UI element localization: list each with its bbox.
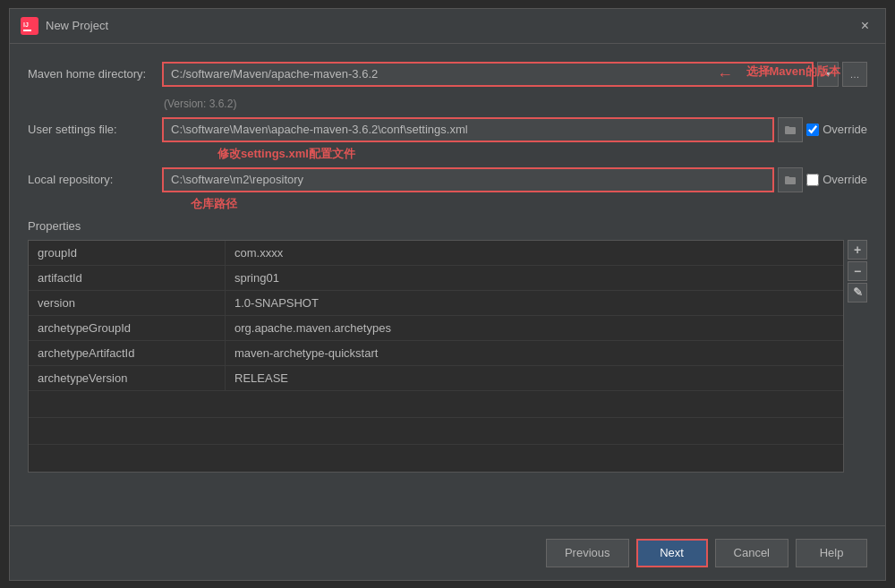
maven-home-browse-btn[interactable]: … xyxy=(842,62,867,87)
close-button[interactable]: × xyxy=(856,16,874,36)
prop-key-archetypeversion: archetypeVersion xyxy=(29,366,226,390)
maven-home-row: Maven home directory: ▾ … ← 选择Maven的版本 xyxy=(28,62,867,87)
user-settings-input-group: Override xyxy=(162,117,867,142)
table-row: artifactId spring01 xyxy=(29,266,843,291)
table-row-empty xyxy=(29,418,843,445)
properties-table: groupId com.xxxx artifactId spring01 ver… xyxy=(28,240,844,473)
table-actions: + − ✎ xyxy=(848,240,867,303)
local-repo-input-group: Override xyxy=(162,167,867,192)
new-project-dialog: IJ New Project × Maven home directory: ▾… xyxy=(9,8,886,581)
user-settings-annotation-row: 修改settings.xml配置文件 xyxy=(164,146,867,162)
local-repo-annotation-row: 仓库路径 xyxy=(164,196,867,212)
user-settings-input[interactable] xyxy=(162,117,774,142)
maven-home-area: Maven home directory: ▾ … ← 选择Maven的版本 (… xyxy=(28,62,867,110)
maven-home-arrow-icon: ← xyxy=(717,65,733,84)
svg-rect-1 xyxy=(23,30,31,31)
intellij-logo-icon: IJ xyxy=(21,17,38,35)
folder-icon xyxy=(784,124,797,136)
local-repo-annotation: 仓库路径 xyxy=(191,197,237,210)
prop-value-archetypeartifactid: maven-archetype-quickstart xyxy=(226,341,843,365)
prop-value-archetypeversion: RELEASE xyxy=(226,366,843,390)
prop-key-version: version xyxy=(29,291,226,315)
previous-button[interactable]: Previous xyxy=(546,539,629,567)
table-row-empty xyxy=(29,391,843,418)
prop-value-groupid: com.xxxx xyxy=(226,241,843,265)
dialog-footer: Previous Next Cancel Help xyxy=(10,525,885,580)
maven-home-annotation: 选择Maven的版本 xyxy=(746,64,840,80)
user-settings-annotation: 修改settings.xml配置文件 xyxy=(217,147,355,160)
table-row: archetypeVersion RELEASE xyxy=(29,366,843,391)
svg-rect-5 xyxy=(785,177,796,184)
prop-value-version: 1.0-SNAPSHOT xyxy=(226,291,843,315)
prop-key-groupid: groupId xyxy=(29,241,226,265)
properties-header: Properties xyxy=(28,219,867,236)
local-repo-area: Local repository: Override xyxy=(28,167,867,212)
local-repo-override-checkbox[interactable] xyxy=(806,174,819,186)
table-row-empty xyxy=(29,445,843,472)
maven-home-label: Maven home directory: xyxy=(28,67,162,81)
local-repo-row: Local repository: Override xyxy=(28,167,867,192)
local-repo-browse-btn[interactable] xyxy=(778,167,803,192)
prop-value-artifactid: spring01 xyxy=(226,266,843,290)
add-property-button[interactable]: + xyxy=(848,240,867,260)
title-bar-left: IJ New Project xyxy=(21,17,108,35)
svg-text:IJ: IJ xyxy=(23,21,29,28)
maven-version-text: (Version: 3.6.2) xyxy=(164,98,867,110)
prop-key-artifactid: artifactId xyxy=(29,266,226,290)
svg-rect-3 xyxy=(785,127,796,134)
user-settings-area: User settings file: Override xyxy=(28,117,867,162)
table-row: archetypeGroupId org.apache.maven.archet… xyxy=(29,316,843,341)
prop-key-archetypegroupid: archetypeGroupId xyxy=(29,316,226,340)
folder-icon-2 xyxy=(784,174,797,186)
table-row: version 1.0-SNAPSHOT xyxy=(29,291,843,316)
table-row: archetypeArtifactId maven-archetype-quic… xyxy=(29,341,843,366)
properties-section: Properties groupId com.xxxx artifactId s… xyxy=(28,219,867,473)
local-repo-override-label: Override xyxy=(806,173,867,186)
cancel-button[interactable]: Cancel xyxy=(715,539,788,567)
remove-property-button[interactable]: − xyxy=(848,261,867,281)
dialog-content: Maven home directory: ▾ … ← 选择Maven的版本 (… xyxy=(10,44,885,525)
user-settings-row: User settings file: Override xyxy=(28,117,867,142)
svg-rect-4 xyxy=(785,126,789,128)
user-settings-browse-btn[interactable] xyxy=(778,117,803,142)
user-settings-override-checkbox[interactable] xyxy=(806,124,819,136)
table-row: groupId com.xxxx xyxy=(29,241,843,266)
properties-table-container: groupId com.xxxx artifactId spring01 ver… xyxy=(28,240,867,473)
dialog-title: New Project xyxy=(46,19,108,32)
title-bar: IJ New Project × xyxy=(10,9,885,44)
local-repo-label: Local repository: xyxy=(28,173,162,186)
svg-rect-6 xyxy=(785,176,789,178)
maven-home-input[interactable] xyxy=(162,62,814,87)
user-settings-label: User settings file: xyxy=(28,123,162,136)
next-button[interactable]: Next xyxy=(636,539,708,567)
edit-property-button[interactable]: ✎ xyxy=(848,283,867,303)
prop-key-archetypeartifactid: archetypeArtifactId xyxy=(29,341,226,365)
help-button[interactable]: Help xyxy=(796,539,867,567)
prop-value-archetypegroupid: org.apache.maven.archetypes xyxy=(226,316,843,340)
local-repo-input[interactable] xyxy=(162,167,774,192)
user-settings-override-label: Override xyxy=(806,123,867,136)
